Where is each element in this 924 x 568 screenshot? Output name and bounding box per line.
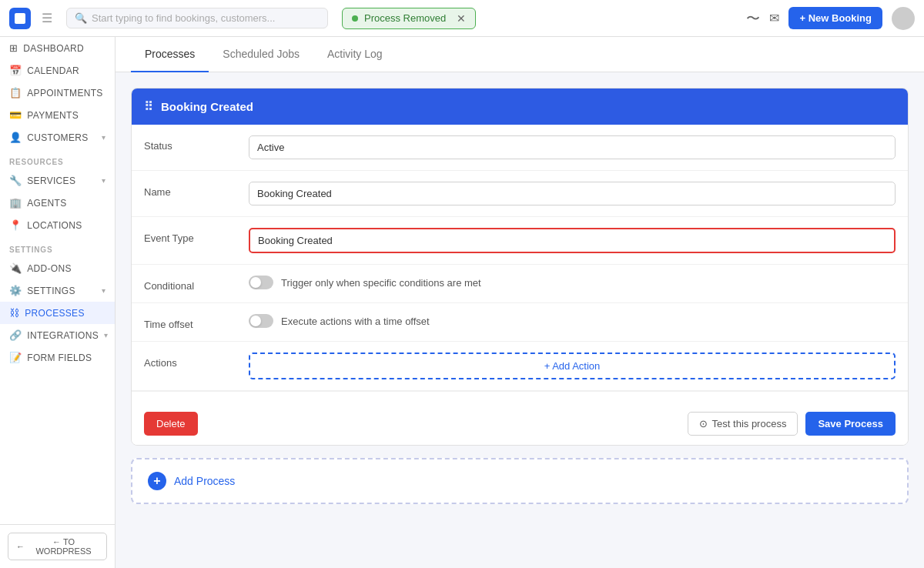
tab-scheduled-jobs[interactable]: Scheduled Jobs [209, 37, 313, 72]
sidebar-nav: ⊞ DASHBOARD 📅 CALENDAR 📋 APPOINTMENTS 💳 … [0, 37, 115, 524]
test-label: Test this process [712, 418, 787, 429]
tab-processes[interactable]: Processes [131, 37, 209, 72]
pulse-icon: 〜 [746, 9, 760, 28]
save-process-button[interactable]: Save Process [805, 412, 896, 436]
sidebar-item-integrations[interactable]: 🔗 INTEGRATIONS ▾ [0, 324, 115, 346]
process-header: ⠿ Booking Created [132, 89, 908, 125]
sidebar-item-settings[interactable]: ⚙️ SETTINGS ▾ [0, 279, 115, 302]
conditional-control: Trigger only when specific conditions ar… [249, 276, 896, 289]
locations-icon: 📍 [9, 219, 22, 231]
sidebar-item-locations[interactable]: 📍 LOCATIONS [0, 214, 115, 236]
name-input[interactable] [249, 182, 896, 205]
sidebar-label-integrations: INTEGRATIONS [27, 330, 99, 341]
bottom-action-row: Delete ⊙ Test this process Save Process [132, 391, 908, 445]
add-action-button[interactable]: + Add Action [249, 352, 896, 379]
settings-chevron-icon: ▾ [102, 286, 105, 295]
logo [9, 8, 31, 29]
integrations-chevron-icon: ▾ [104, 331, 108, 339]
sidebar-item-calendar[interactable]: 📅 CALENDAR [0, 59, 115, 82]
add-process-card[interactable]: + Add Process [131, 458, 909, 504]
integrations-icon: 🔗 [9, 329, 22, 341]
hamburger-icon[interactable]: ☰ [42, 11, 52, 25]
process-header-title: Booking Created [161, 100, 253, 113]
delete-button[interactable]: Delete [144, 412, 198, 436]
sidebar-item-processes[interactable]: ⛓ PROCESSES [0, 302, 115, 324]
layout: ⊞ DASHBOARD 📅 CALENDAR 📋 APPOINTMENTS 💳 … [0, 37, 924, 568]
sidebar-label-settings: SETTINGS [27, 286, 75, 296]
notification-banner: Process Removed ✕ [342, 8, 476, 29]
sidebar-label-appointments: APPOINTMENTS [27, 88, 102, 99]
sidebar-item-appointments[interactable]: 📋 APPOINTMENTS [0, 82, 115, 104]
name-control [249, 182, 896, 205]
processes-icon: ⛓ [9, 307, 19, 319]
sidebar-item-services[interactable]: 🔧 SERVICES ▾ [0, 169, 115, 192]
sidebar-item-agents[interactable]: 🏢 AGENTS [0, 192, 115, 214]
settings-icon: ⚙️ [9, 285, 22, 296]
services-chevron-icon: ▾ [102, 176, 105, 185]
sidebar-item-payments[interactable]: 💳 PAYMENTS [0, 104, 115, 126]
conditional-row: Conditional Trigger only when specific c… [132, 265, 908, 303]
sidebar-label-calendar: CALENDAR [27, 65, 79, 76]
time-offset-text: Execute actions with a time offset [281, 316, 430, 327]
actions-control: + Add Action [249, 352, 896, 379]
wordpress-label: ← TO WORDPRESS [28, 537, 99, 556]
actions-label: Actions [144, 352, 236, 369]
agents-icon: 🏢 [9, 197, 22, 209]
add-process-label: Add Process [174, 475, 235, 487]
topbar-right: 〜 ✉ + New Booking [746, 7, 915, 30]
status-row: Status Active Inactive [132, 125, 908, 171]
conditional-toggle[interactable] [249, 276, 273, 289]
event-type-select[interactable]: Booking Created Booking Updated Booking … [249, 228, 896, 253]
sidebar-label-addons: ADD-ONS [27, 263, 71, 274]
sidebar-label-formfields: FORM FIELDS [27, 352, 92, 363]
addons-icon: 🔌 [9, 262, 22, 274]
sidebar-label-locations: LOCATIONS [27, 220, 82, 231]
event-type-label: Event Type [144, 228, 236, 244]
sidebar-item-formfields[interactable]: 📝 FORM FIELDS [0, 346, 115, 369]
notification-close-icon[interactable]: ✕ [457, 12, 466, 25]
time-offset-row: Time offset Execute actions with a time … [132, 303, 908, 342]
name-row: Name [132, 171, 908, 217]
content-area: ⠿ Booking Created Status Active Inactive [116, 72, 924, 520]
event-type-control: Booking Created Booking Updated Booking … [249, 228, 896, 253]
drag-icon: ⠿ [144, 99, 153, 114]
new-booking-button[interactable]: + New Booking [788, 7, 882, 29]
banner-dot-icon [352, 15, 358, 22]
time-offset-toggle-knob [250, 316, 261, 326]
time-offset-toggle[interactable] [249, 314, 273, 328]
conditional-text: Trigger only when specific conditions ar… [281, 277, 481, 289]
formfields-icon: 📝 [9, 352, 22, 363]
wordpress-arrow-icon: ← [16, 542, 25, 551]
event-type-row: Event Type Booking Created Booking Updat… [132, 217, 908, 265]
time-offset-toggle-row: Execute actions with a time offset [249, 314, 896, 328]
status-select[interactable]: Active Inactive [249, 135, 896, 159]
sidebar-label-agents: AGENTS [27, 198, 66, 209]
conditional-toggle-row: Trigger only when specific conditions ar… [249, 276, 896, 289]
conditional-label: Conditional [144, 276, 236, 292]
tab-activity-log[interactable]: Activity Log [313, 37, 397, 72]
wordpress-button[interactable]: ← ← TO WORDPRESS [8, 533, 107, 560]
actions-row: Actions + Add Action [132, 342, 908, 391]
time-offset-control: Execute actions with a time offset [249, 314, 896, 328]
action-buttons: Delete ⊙ Test this process Save Process [144, 401, 896, 436]
time-offset-label: Time offset [144, 314, 236, 330]
sidebar-item-dashboard[interactable]: ⊞ DASHBOARD [0, 37, 115, 59]
right-action-buttons: ⊙ Test this process Save Process [688, 412, 896, 436]
customers-icon: 👤 [9, 132, 22, 143]
appointments-icon: 📋 [9, 87, 22, 99]
add-process-icon: + [148, 472, 166, 490]
search-bar[interactable]: 🔍 Start typing to find bookings, custome… [66, 8, 328, 28]
sidebar-label-dashboard: DASHBOARD [23, 43, 84, 54]
sidebar-item-customers[interactable]: 👤 CUSTOMERS ▾ [0, 126, 115, 149]
mail-icon[interactable]: ✉ [769, 11, 779, 25]
sidebar-item-addons[interactable]: 🔌 ADD-ONS [0, 257, 115, 279]
customers-chevron-icon: ▾ [102, 133, 105, 142]
sidebar-label-customers: CUSTOMERS [27, 132, 88, 143]
avatar [892, 7, 915, 30]
notification-text: Process Removed [364, 12, 446, 24]
dashboard-icon: ⊞ [9, 42, 18, 54]
test-process-button[interactable]: ⊙ Test this process [688, 412, 798, 436]
services-icon: 🔧 [9, 175, 22, 186]
settings-section-label: SETTINGS [0, 236, 115, 257]
process-card: ⠿ Booking Created Status Active Inactive [131, 88, 909, 446]
